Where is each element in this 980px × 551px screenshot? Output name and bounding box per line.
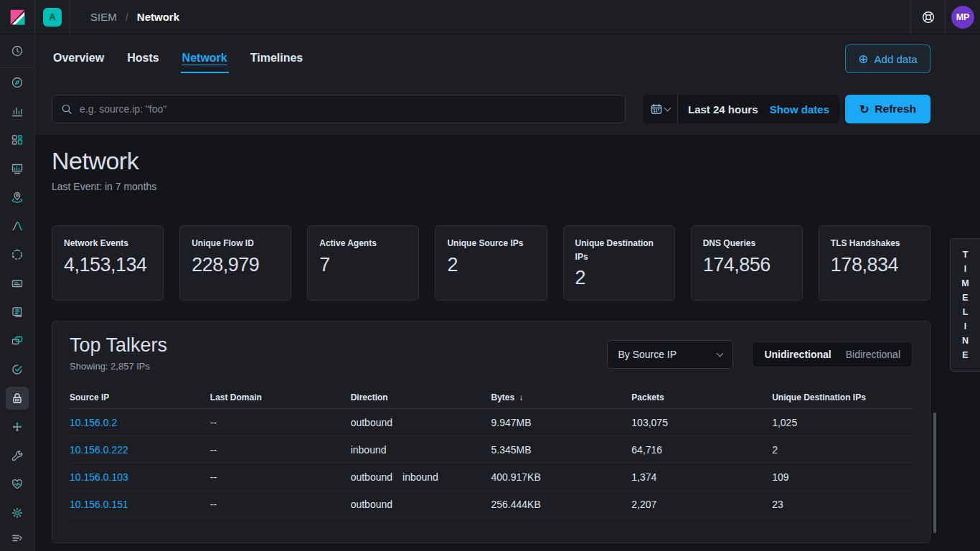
col-direction[interactable]: Direction (351, 392, 491, 402)
col-bytes-sorted[interactable]: Bytes↓ (491, 392, 631, 402)
stat-card-unique-source-ips: Unique Source IPs 2 (435, 225, 547, 301)
search-icon (61, 103, 72, 115)
group-by-select[interactable]: By Source IP (607, 340, 733, 369)
nav-collapse[interactable] (0, 527, 35, 549)
nav-logs[interactable] (0, 298, 35, 326)
nav-apm[interactable] (0, 326, 35, 355)
node-ring-icon (11, 248, 24, 261)
col-packets[interactable]: Packets (631, 392, 772, 402)
refresh-label: Refresh (875, 103, 916, 116)
stat-value: 178,834 (831, 254, 918, 276)
nav-cases[interactable] (0, 413, 35, 441)
source-ip-link[interactable]: 10.156.0.151 (70, 499, 128, 510)
plus-circle-icon: ⊕ (858, 53, 868, 65)
packets-cell: 103,075 (631, 417, 772, 428)
last-domain-cell: -- (210, 499, 351, 510)
nav-dev-tools[interactable] (0, 441, 35, 470)
nav-machine-learning[interactable] (0, 212, 35, 240)
search-box[interactable] (52, 95, 626, 123)
unique-dest-ips-cell: 1,025 (772, 417, 913, 428)
breadcrumb-parent[interactable]: SIEM (90, 11, 117, 23)
main-area: Overview Hosts Network Timelines ⊕ Add d… (35, 34, 980, 551)
nav-maps[interactable] (0, 183, 35, 212)
stat-label: Active Agents (319, 237, 407, 250)
nav-metrics[interactable] (0, 269, 35, 298)
unique-dest-ips-cell: 2 (772, 444, 913, 456)
source-ip-link[interactable]: 10.156.0.2 (70, 417, 117, 428)
toggle-unidirectional[interactable]: Unidirectional (757, 349, 838, 360)
calendar-icon (651, 103, 662, 115)
kpi-stats-row: Network Events 4,153,134 Unique Flow ID … (52, 225, 930, 301)
nav-siem[interactable] (0, 384, 35, 413)
table-row: 10.156.0.103 -- outboundinbound 400.917K… (70, 463, 913, 491)
clock-icon (11, 44, 24, 57)
date-picker-group: Last 24 hours Show dates (643, 95, 839, 123)
direction-cell: inbound (351, 444, 491, 456)
help-icon (921, 10, 936, 24)
space-badge: A (43, 8, 62, 27)
col-source-ip[interactable]: Source IP (70, 392, 210, 402)
top-talkers-table: Source IP Last Domain Direction Bytes↓ P… (70, 386, 913, 518)
top-talkers-panel: Top Talkers Showing: 2,857 IPs By Source… (52, 321, 930, 543)
refresh-button[interactable]: ↻ Refresh (845, 95, 930, 123)
breadcrumb: SIEM / Network (90, 11, 179, 23)
map-pin-icon (11, 191, 24, 204)
connected-dots-icon (11, 420, 24, 433)
stat-card-unique-flow-id: Unique Flow ID 228,979 (179, 225, 291, 301)
user-avatar[interactable]: MP (951, 6, 974, 29)
last-domain-cell: -- (210, 417, 351, 428)
wrench-icon (11, 449, 24, 462)
stat-value: 228,979 (192, 254, 279, 276)
col-unique-destination-ips[interactable]: Unique Destination IPs (772, 392, 913, 402)
breadcrumb-separator: / (126, 11, 128, 23)
scrollbar-thumb[interactable] (933, 413, 936, 533)
add-data-button[interactable]: ⊕ Add data (845, 44, 930, 73)
stat-value: 2 (447, 254, 534, 276)
stat-value: 174,856 (703, 254, 791, 276)
stat-label: DNS Queries (703, 237, 791, 250)
nav-dashboard[interactable] (0, 126, 35, 154)
stat-value: 4,153,134 (64, 254, 151, 276)
tab-timelines[interactable]: Timelines (249, 44, 305, 73)
stat-label: Unique Source IPs (447, 237, 534, 250)
packets-cell: 64,716 (631, 444, 772, 456)
tab-hosts[interactable]: Hosts (126, 44, 160, 73)
quick-select-button[interactable] (643, 95, 678, 123)
stat-card-network-events: Network Events 4,153,134 (52, 225, 164, 301)
nav-management[interactable] (0, 499, 35, 527)
nav-canvas[interactable] (0, 154, 35, 183)
help-button[interactable] (911, 0, 945, 34)
col-last-domain[interactable]: Last Domain (210, 392, 351, 402)
nav-stack-monitoring[interactable] (0, 470, 35, 499)
nav-visualize[interactable] (0, 97, 35, 126)
sort-desc-icon: ↓ (519, 392, 523, 402)
refresh-icon: ↻ (859, 103, 869, 116)
gear-icon (11, 507, 24, 519)
tab-overview[interactable]: Overview (52, 44, 105, 73)
source-ip-link[interactable]: 10.156.0.222 (70, 444, 128, 456)
unique-dest-ips-cell: 109 (772, 471, 913, 483)
timeline-flyout-button[interactable]: T I M E L I N E (950, 238, 980, 372)
search-input[interactable] (80, 103, 616, 115)
source-ip-link[interactable]: 10.156.0.103 (70, 471, 128, 483)
show-dates-link[interactable]: Show dates (770, 103, 839, 116)
nav-uptime[interactable] (0, 355, 35, 384)
toggle-bidirectional[interactable]: Bidirectional (839, 349, 908, 360)
kibana-logo[interactable] (0, 0, 35, 34)
lock-icon (11, 392, 24, 405)
tab-network[interactable]: Network (181, 44, 229, 73)
query-bar: Last 24 hours Show dates ↻ Refresh (35, 83, 980, 136)
stat-label: TLS Handshakes (831, 237, 918, 250)
space-selector-button[interactable]: A (35, 0, 70, 34)
stat-card-active-agents: Active Agents 7 (307, 225, 419, 301)
nav-discover[interactable] (0, 68, 35, 97)
kibana-logo-icon (8, 8, 27, 27)
nav-recently-viewed[interactable] (0, 34, 35, 67)
last-domain-cell: -- (210, 444, 351, 456)
top-talkers-title: Top Talkers (70, 334, 167, 357)
nav-graph[interactable] (0, 240, 35, 269)
time-range-label[interactable]: Last 24 hours (678, 103, 770, 116)
left-nav-sidebar (0, 34, 35, 551)
chevron-down-icon (717, 350, 724, 357)
stat-card-unique-destination-ips: Unique Destination IPs 2 (563, 225, 675, 301)
